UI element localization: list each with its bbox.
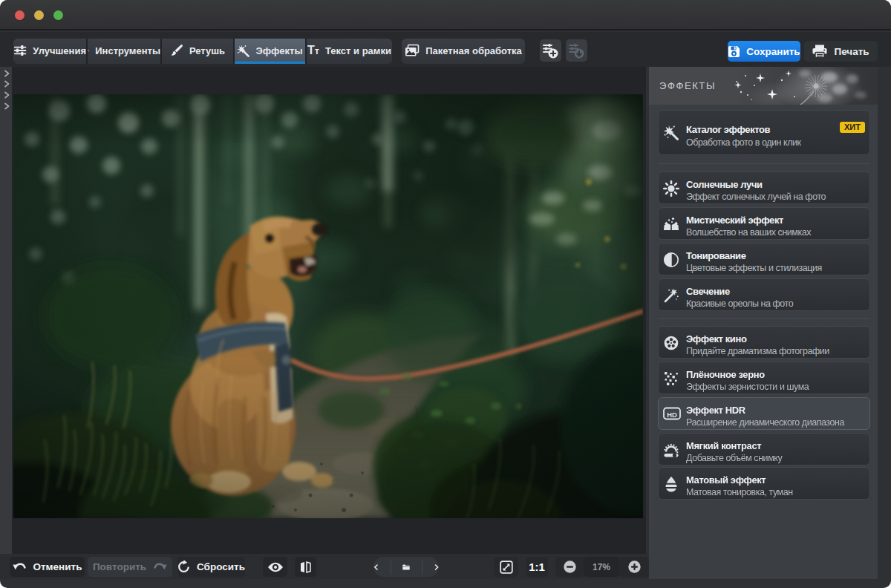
svg-text:HD: HD — [667, 411, 677, 419]
